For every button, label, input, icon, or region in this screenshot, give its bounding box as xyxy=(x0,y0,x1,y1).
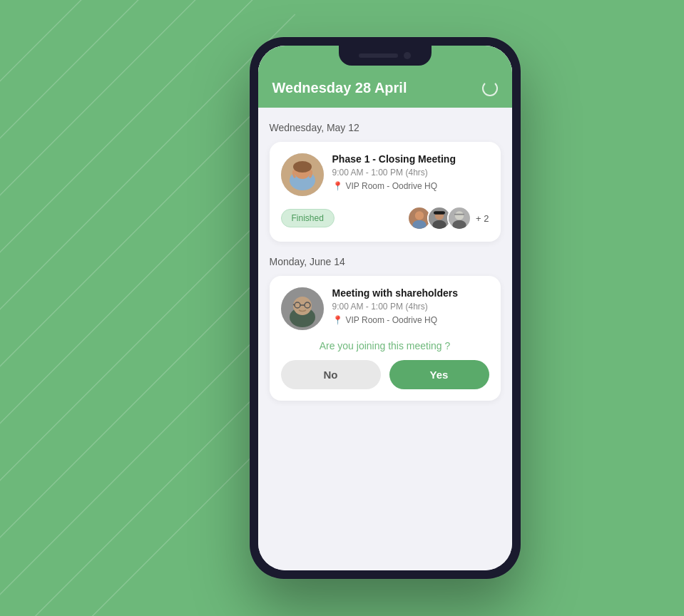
speaker xyxy=(359,53,398,58)
svg-point-24 xyxy=(455,211,464,220)
attendees-1: + 2 xyxy=(407,206,489,230)
screen-content: Wednesday 28 April Wednesday, May 12 xyxy=(258,46,512,570)
main-content: Wednesday, May 12 xyxy=(258,108,512,570)
meeting-location-2: 📍 VIP Room - Oodrive HQ xyxy=(332,315,489,325)
phone-device: Wednesday 28 April Wednesday, May 12 xyxy=(250,37,521,579)
yes-button[interactable]: Yes xyxy=(389,360,489,389)
svg-rect-26 xyxy=(454,214,464,215)
meeting-location-1: 📍 VIP Room - Oodrive HQ xyxy=(332,181,489,191)
card-top-1: Phase 1 - Closing Meeting 9:00 AM - 1:00… xyxy=(281,153,489,196)
attendee-avatar-3 xyxy=(447,206,471,230)
svg-line-33 xyxy=(293,304,295,305)
meeting-time-1: 9:00 AM - 1:00 PM (4hrs) xyxy=(332,167,489,178)
card-bottom-1: Finished xyxy=(281,206,489,230)
svg-point-17 xyxy=(415,211,424,220)
meeting-card-2[interactable]: Meeting with shareholders 9:00 AM - 1:00… xyxy=(270,276,501,401)
meeting-info-1: Phase 1 - Closing Meeting 9:00 AM - 1:00… xyxy=(332,153,489,191)
refresh-icon[interactable] xyxy=(482,81,498,96)
header-title: Wednesday 28 April xyxy=(272,80,407,96)
card-actions-2: No Yes xyxy=(281,360,489,389)
attendee-count-1: + 2 xyxy=(476,213,489,224)
avatar-1 xyxy=(281,153,324,196)
location-icon-1: 📍 xyxy=(332,181,343,191)
meeting-title-2: Meeting with shareholders xyxy=(332,287,489,299)
status-badge-1: Finished xyxy=(281,209,335,227)
no-button[interactable]: No xyxy=(281,360,381,389)
date-label-1: Wednesday, May 12 xyxy=(270,122,501,133)
svg-point-15 xyxy=(293,161,312,173)
join-question: Are you joining this meeting ? xyxy=(281,340,489,351)
meeting-title-1: Phase 1 - Closing Meeting xyxy=(332,153,489,165)
meeting-time-2: 9:00 AM - 1:00 PM (4hrs) xyxy=(332,301,489,312)
camera xyxy=(404,52,411,59)
meeting-card-1[interactable]: Phase 1 - Closing Meeting 9:00 AM - 1:00… xyxy=(270,142,501,242)
svg-rect-22 xyxy=(434,211,445,214)
meeting-info-2: Meeting with shareholders 9:00 AM - 1:00… xyxy=(332,287,489,325)
date-label-2: Monday, June 14 xyxy=(270,256,501,267)
phone-screen: Wednesday 28 April Wednesday, May 12 xyxy=(258,46,512,570)
avatar-2 xyxy=(281,287,324,330)
phone-notch xyxy=(339,46,432,66)
location-icon-2: 📍 xyxy=(332,315,343,325)
card-top-2: Meeting with shareholders 9:00 AM - 1:00… xyxy=(281,287,489,330)
phone-frame: Wednesday 28 April Wednesday, May 12 xyxy=(250,37,521,579)
svg-point-29 xyxy=(293,297,312,315)
